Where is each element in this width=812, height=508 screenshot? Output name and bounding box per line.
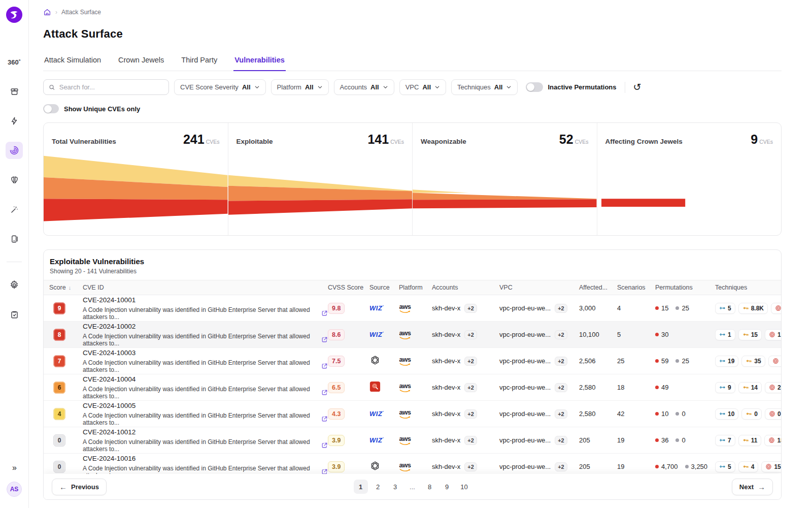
sidebar-item-simulations[interactable] (6, 112, 23, 130)
account-more-badge[interactable]: +2 (464, 304, 477, 313)
table-row[interactable]: 8 CVE-2024-10002 A Code Injection vulner… (44, 322, 781, 348)
sidebar-item-settings[interactable] (6, 276, 23, 294)
column-source[interactable]: Source (369, 284, 399, 291)
column-cve-id[interactable]: CVE ID (83, 284, 328, 291)
external-link-icon[interactable] (321, 416, 328, 422)
external-link-icon[interactable] (321, 389, 328, 396)
technique-credential-badge[interactable]: 0 (741, 408, 762, 420)
cve-id-link[interactable]: CVE-2024-10012 (83, 428, 328, 436)
account-more-badge[interactable]: +2 (464, 357, 477, 366)
vpc-more-badge[interactable]: +2 (555, 357, 567, 366)
technique-credential-badge[interactable]: 11 (738, 435, 762, 446)
external-link-icon[interactable] (321, 442, 328, 449)
search-box[interactable] (43, 79, 169, 95)
column-accounts[interactable]: Accounts (432, 284, 499, 291)
funnel-stage-weaponizable[interactable]: Weaponizable 52CVEs (412, 123, 597, 235)
external-link-icon[interactable] (321, 310, 328, 316)
sidebar-item-inventory[interactable] (6, 83, 23, 100)
home-icon[interactable] (43, 8, 51, 16)
technique-credential-badge[interactable]: 14 (738, 382, 762, 393)
table-row[interactable]: 9 CVE-2024-10001 A Code Injection vulner… (44, 295, 781, 322)
cve-id-link[interactable]: CVE-2024-10003 (83, 349, 328, 357)
technique-credential-badge[interactable]: 4 (738, 461, 759, 472)
sidebar-item-tasks[interactable] (6, 306, 23, 323)
vpc-more-badge[interactable]: +2 (555, 436, 567, 445)
external-link-icon[interactable] (321, 336, 328, 343)
filter-cve-score-severity[interactable]: CVE Score Severity All (174, 79, 266, 95)
technique-exploit-badge[interactable]: 8 (771, 303, 782, 314)
technique-lateral-badge[interactable]: 5 (715, 303, 735, 314)
technique-credential-badge[interactable]: 35 (741, 356, 765, 367)
page-number-8[interactable]: 8 (423, 480, 437, 494)
technique-exploit-badge[interactable]: 16 (768, 356, 782, 367)
column-scenarios[interactable]: Scenarios (617, 284, 655, 291)
table-row[interactable]: 0 CVE-2024-10012 A Code Injection vulner… (44, 427, 781, 454)
account-more-badge[interactable]: +2 (464, 383, 477, 392)
filter-techniques[interactable]: Techniques All (451, 79, 518, 95)
sidebar-item-devices[interactable] (6, 230, 23, 247)
cve-id-link[interactable]: CVE-2024-10001 (83, 296, 328, 304)
sidebar-item-crown-jewels[interactable] (6, 171, 23, 188)
technique-lateral-badge[interactable]: 1 (715, 329, 735, 340)
page-number-1[interactable]: 1 (354, 480, 368, 494)
sidebar-item-attack-surface[interactable] (6, 142, 23, 159)
breadcrumb-current[interactable]: Attack Surface (61, 9, 101, 16)
external-link-icon[interactable] (321, 363, 328, 369)
vpc-more-badge[interactable]: +2 (555, 462, 567, 471)
vpc-more-badge[interactable]: +2 (555, 330, 567, 339)
technique-lateral-badge[interactable]: 19 (715, 356, 738, 367)
filter-accounts[interactable]: Accounts All (334, 79, 394, 95)
search-input[interactable] (59, 83, 163, 91)
next-page-button[interactable]: Next → (732, 479, 773, 495)
cve-id-link[interactable]: CVE-2024-10016 (83, 455, 328, 462)
account-more-badge[interactable]: +2 (464, 330, 477, 339)
table-row[interactable]: 7 CVE-2024-10003 A Code Injection vulner… (44, 348, 781, 374)
vpc-more-badge[interactable]: +2 (555, 409, 567, 419)
column-permutations[interactable]: Permutations (655, 284, 715, 291)
tab-vulnerabilities[interactable]: Vulnerabilities (233, 53, 286, 71)
technique-lateral-badge[interactable]: 5 (715, 461, 735, 472)
unique-cves-toggle[interactable] (43, 104, 59, 113)
column-affected[interactable]: Affected... (579, 284, 617, 291)
technique-lateral-badge[interactable]: 9 (715, 382, 735, 393)
app-logo[interactable] (6, 7, 22, 23)
previous-page-button[interactable]: ← Previous (52, 479, 107, 495)
sort-descending-icon[interactable]: ↓ (69, 284, 72, 291)
column-score[interactable]: Score↓ (49, 284, 83, 291)
inactive-permutations-toggle[interactable] (526, 82, 543, 92)
account-more-badge[interactable]: +2 (464, 409, 477, 419)
vpc-more-badge[interactable]: +2 (555, 304, 567, 313)
column-techniques[interactable]: Techniques (715, 284, 781, 291)
page-number-9[interactable]: 9 (440, 480, 454, 494)
funnel-stage-exploitable[interactable]: Exploitable 141CVEs (228, 123, 413, 235)
column-cvss-score[interactable]: CVSS Score (328, 284, 369, 291)
technique-exploit-badge[interactable]: 15 (761, 461, 782, 472)
filter-platform[interactable]: Platform All (271, 79, 329, 95)
cve-id-link[interactable]: CVE-2024-10002 (83, 323, 328, 330)
technique-credential-badge[interactable]: 15 (738, 329, 762, 340)
tab-crown-jewels[interactable]: Crown Jewels (117, 53, 165, 71)
account-more-badge[interactable]: +2 (464, 436, 477, 445)
expand-sidebar-icon[interactable]: » (12, 463, 16, 472)
funnel-stage-crown-jewels[interactable]: Affecting Crown Jewels 9CVEs (597, 123, 782, 235)
funnel-stage-total[interactable]: Total Vulnerabilities 241CVEs (44, 123, 228, 235)
account-more-badge[interactable]: +2 (464, 462, 477, 471)
vpc-more-badge[interactable]: +2 (555, 383, 567, 392)
page-number-2[interactable]: 2 (371, 480, 385, 494)
technique-exploit-badge[interactable]: 26 (765, 382, 782, 393)
table-row[interactable]: 4 CVE-2024-10005 A Code Injection vulner… (44, 401, 781, 427)
sidebar-item-360[interactable]: 360˚ (6, 53, 23, 71)
avatar[interactable]: AS (7, 482, 22, 497)
technique-lateral-badge[interactable]: 7 (715, 435, 735, 446)
column-vpc[interactable]: VPC (499, 284, 579, 291)
technique-exploit-badge[interactable]: 0 (765, 408, 782, 420)
tab-attack-simulation[interactable]: Attack Simulation (43, 53, 102, 71)
filter-vpc[interactable]: VPC All (399, 79, 446, 95)
tab-third-party[interactable]: Third Party (180, 53, 218, 71)
technique-exploit-badge[interactable]: 18 (764, 435, 782, 446)
cve-id-link[interactable]: CVE-2024-10004 (83, 375, 328, 383)
table-row[interactable]: 6 CVE-2024-10004 A Code Injection vulner… (44, 374, 781, 401)
technique-lateral-badge[interactable]: 10 (715, 408, 738, 420)
page-number-10[interactable]: 10 (457, 480, 471, 494)
sidebar-item-remediation[interactable] (6, 201, 23, 218)
